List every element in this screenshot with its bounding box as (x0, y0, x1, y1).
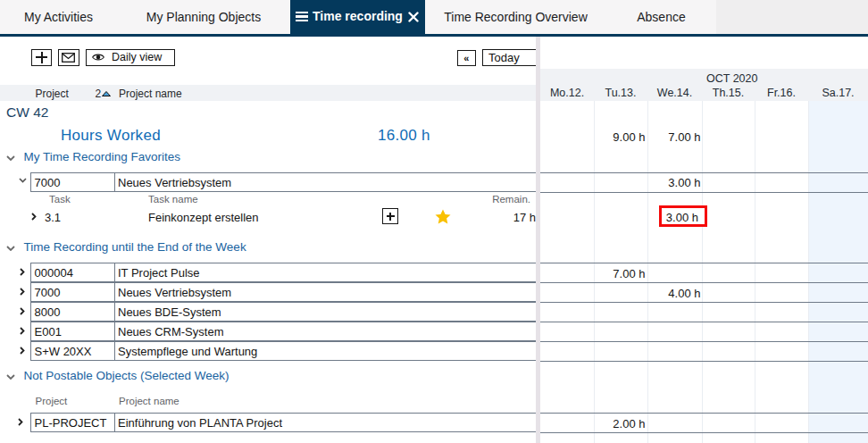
expand-icon-project[interactable] (18, 418, 23, 426)
project-name-cell[interactable]: Systempflege und Wartung (118, 345, 257, 358)
tab-label: My Planning Objects (146, 10, 261, 24)
section-week-title: Time Recording until the End of the Week (24, 240, 246, 254)
expand-icon-task[interactable] (31, 213, 37, 221)
send-mail-button[interactable] (58, 49, 79, 67)
day-column-header[interactable]: Mo.12. (540, 87, 594, 99)
project-name-cell[interactable]: Neues Vertriebsystem (118, 176, 231, 189)
add-task-button[interactable] (382, 208, 398, 224)
column-separator (755, 101, 755, 443)
week-group-title: CW 42 (6, 104, 48, 121)
expand-icon-project[interactable] (20, 347, 25, 355)
daily-view-button[interactable]: Daily view (86, 49, 175, 67)
project-code-cell[interactable]: E001 (35, 325, 62, 339)
day-column-header[interactable]: Sa.17. (808, 87, 868, 99)
today-button[interactable]: Today (482, 49, 536, 67)
weekend-column-highlight (808, 101, 868, 443)
expand-icon-project[interactable] (20, 307, 25, 315)
cell-divider (114, 283, 115, 301)
project-name-cell[interactable]: Neues BDE-System (118, 305, 221, 319)
plus-icon (36, 52, 47, 63)
row-border (540, 322, 868, 322)
previous-week-button[interactable]: « (457, 50, 476, 67)
day-column-header[interactable]: Th.15. (702, 87, 755, 99)
section-favorites-title: My Time Recording Favorites (24, 150, 181, 163)
project-row[interactable]: E001 Neues CRM-System (30, 322, 537, 341)
project-row[interactable]: 7000 Neues Vertriebsystem (30, 282, 537, 302)
project-name-cell[interactable]: Einführung von PLANTA Project (118, 416, 282, 430)
project-name-cell[interactable]: Neues Vertriebsystem (118, 286, 231, 299)
project-code-cell[interactable]: 7000 (35, 286, 61, 299)
task-name[interactable]: Feinkonzept erstellen (148, 211, 259, 224)
collapse-icon-fav-project[interactable] (19, 178, 27, 183)
cell-divider (114, 173, 115, 191)
column-separator (808, 101, 809, 443)
project-row[interactable]: 8000 Neues BDE-System (30, 302, 537, 322)
project-code-cell[interactable]: PL-PROJECT (35, 416, 107, 430)
row-border (540, 341, 868, 342)
project-code-cell[interactable]: 7000 (35, 176, 61, 189)
eye-icon (92, 53, 104, 62)
plus-icon (387, 213, 395, 221)
tab-my-activities[interactable]: My Activities (0, 0, 117, 34)
column-project[interactable]: Project (36, 88, 69, 100)
column-separator (702, 101, 703, 443)
column-task: Task (49, 194, 71, 205)
project-tuesday-value[interactable]: 2.00 h (542, 417, 646, 430)
collapse-icon-favorites[interactable] (6, 155, 15, 161)
task-id[interactable]: 3.1 (45, 211, 61, 224)
favorite-project-wednesday[interactable]: 3.00 h (542, 176, 701, 189)
expand-icon-project[interactable] (20, 268, 25, 276)
new-entry-button[interactable] (31, 49, 52, 67)
project-tuesday-value[interactable]: 7.00 h (542, 267, 646, 280)
column-separator (647, 101, 648, 443)
calendar-header: OCT 2020 Mo.12. Tu.13. We.14. Th.15. Fr.… (540, 69, 868, 101)
favorite-project-row[interactable]: 7000 Neues Vertriebsystem (30, 172, 537, 192)
collapse-icon-week-section[interactable] (6, 246, 15, 251)
column-project-name[interactable]: Project name (119, 88, 182, 100)
expand-icon-project[interactable] (20, 327, 25, 335)
project-wednesday-value[interactable]: 4.00 h (542, 287, 701, 300)
menu-icon[interactable] (296, 12, 308, 21)
project-name-cell[interactable]: Neues CRM-System (118, 325, 223, 339)
project-row[interactable]: PL-PROJECT Einführung von PLANTA Project (30, 413, 537, 432)
selected-cell-highlight[interactable]: 3.00 h (659, 205, 707, 227)
collapse-icon-not-postable[interactable] (6, 374, 15, 380)
close-icon[interactable] (408, 12, 419, 22)
table-panel: Daily view « Today Project 2 Project nam… (0, 37, 536, 443)
tab-time-recording[interactable]: Time recording (290, 0, 425, 34)
day-column-header[interactable]: Fr.16. (755, 87, 808, 99)
expand-icon-project[interactable] (20, 288, 25, 296)
row-border (540, 361, 868, 362)
hours-worked-wednesday: 7.00 h (542, 130, 701, 144)
tab-time-recording-overview[interactable]: Time Recording Overview (425, 0, 606, 34)
column-remain: Remain. (411, 194, 530, 205)
row-border (540, 413, 868, 414)
row-border (540, 302, 868, 303)
day-column-header[interactable]: We.14. (647, 87, 702, 99)
project-row[interactable]: 000004 IT Project Pulse (30, 263, 537, 282)
project-code-cell[interactable]: S+W 20XX (35, 345, 92, 358)
day-column-header[interactable]: Tu.13. (594, 87, 647, 99)
content-area: Daily view « Today Project 2 Project nam… (0, 37, 868, 443)
row-border (540, 192, 868, 193)
sort-order-badge: 2 (96, 88, 102, 100)
task-wednesday-value[interactable]: 3.00 h (645, 211, 698, 224)
row-border (540, 282, 868, 283)
column-project-sub: Project (36, 396, 68, 406)
project-row[interactable]: S+W 20XX Systempflege und Wartung (30, 341, 537, 361)
tab-strip: My Activities My Planning Objects Time r… (0, 0, 716, 34)
cell-divider (114, 414, 115, 431)
hours-worked-total: 16.00 h (378, 127, 430, 145)
planta-time-recording-window: My Activities My Planning Objects Time r… (0, 0, 868, 443)
project-code-cell[interactable]: 8000 (35, 305, 61, 319)
tab-absence[interactable]: Absence (606, 0, 716, 34)
sort-ascending-icon[interactable] (102, 91, 111, 96)
project-name-cell[interactable]: IT Project Pulse (118, 266, 200, 280)
cell-divider (114, 263, 115, 281)
project-code-cell[interactable]: 000004 (35, 266, 73, 280)
tab-bar: My Activities My Planning Objects Time r… (0, 0, 868, 34)
column-task-name: Task name (148, 194, 198, 205)
row-border (540, 172, 868, 173)
tab-my-planning-objects[interactable]: My Planning Objects (117, 0, 290, 34)
cell-divider (114, 342, 115, 360)
